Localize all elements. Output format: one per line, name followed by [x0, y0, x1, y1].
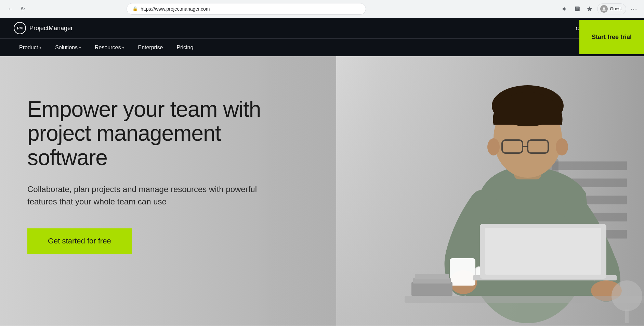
site-navbar: Product ▾ Solutions ▾ Resources ▾ Enterp…	[0, 38, 644, 56]
nav-item-enterprise[interactable]: Enterprise	[132, 42, 168, 53]
nav-enterprise-label: Enterprise	[138, 45, 163, 51]
more-options-button[interactable]: ⋯	[629, 4, 639, 14]
hero-section: Empower your team with project managemen…	[0, 56, 644, 326]
profile-label: Guest	[610, 6, 622, 11]
site-header: PM ProjectManager Contact sales Login Pr…	[0, 18, 644, 56]
refresh-button[interactable]: ↻	[18, 4, 27, 14]
hero-headline: Empower your team with project managemen…	[27, 97, 267, 169]
hero-subheadline: Collaborate, plan projects and manage re…	[27, 183, 267, 208]
site-logo[interactable]: PM ProjectManager	[14, 22, 73, 34]
product-chevron-icon: ▾	[39, 45, 41, 50]
svg-rect-29	[625, 310, 629, 323]
svg-rect-24	[405, 296, 644, 303]
get-started-button[interactable]: Get started for free	[27, 228, 132, 254]
nav-item-solutions[interactable]: Solutions ▾	[50, 42, 87, 53]
nav-item-pricing[interactable]: Pricing	[171, 42, 199, 53]
svg-rect-23	[485, 228, 601, 275]
nav-pricing-label: Pricing	[176, 45, 193, 51]
start-trial-button[interactable]: Start free trial	[579, 20, 644, 54]
solutions-chevron-icon: ▾	[79, 45, 81, 50]
browser-chrome: ← ↻ 🔒 https://www.projectmanager.com Gue…	[0, 0, 644, 18]
svg-rect-25	[411, 282, 452, 296]
nav-item-resources[interactable]: Resources ▾	[89, 42, 130, 53]
nav-solutions-label: Solutions	[55, 45, 78, 51]
url-text: https://www.projectmanager.com	[141, 6, 360, 12]
reader-mode-button[interactable]	[573, 4, 582, 14]
nav-item-product[interactable]: Product ▾	[14, 42, 47, 53]
svg-rect-27	[415, 274, 449, 279]
resources-chevron-icon: ▾	[122, 45, 124, 50]
brand-name: ProjectManager	[29, 25, 73, 32]
nav-product-label: Product	[19, 45, 38, 51]
browser-nav: ← ↻	[5, 4, 27, 14]
nav-items: Product ▾ Solutions ▾ Resources ▾ Enterp…	[14, 42, 199, 53]
read-aloud-button[interactable]	[560, 4, 570, 14]
site-topbar: PM ProjectManager Contact sales Login	[0, 18, 644, 38]
address-bar[interactable]: 🔒 https://www.projectmanager.com	[127, 3, 366, 15]
favorites-button[interactable]	[585, 4, 594, 14]
svg-point-16	[556, 138, 568, 155]
hero-content: Empower your team with project managemen…	[27, 97, 267, 254]
hero-image	[268, 56, 644, 326]
back-button[interactable]: ←	[5, 4, 15, 14]
topbar-nav-container: PM ProjectManager Contact sales Login Pr…	[0, 18, 644, 56]
logo-icon: PM	[14, 22, 26, 34]
svg-point-28	[612, 280, 642, 311]
profile-button[interactable]: Guest	[597, 3, 626, 14]
browser-actions: Guest ⋯	[560, 3, 639, 14]
start-trial-wrapper: Start free trial	[568, 18, 644, 56]
svg-rect-18	[450, 258, 475, 286]
svg-point-15	[487, 138, 500, 155]
lock-icon: 🔒	[132, 6, 138, 11]
avatar	[600, 5, 608, 13]
nav-resources-label: Resources	[95, 45, 121, 51]
